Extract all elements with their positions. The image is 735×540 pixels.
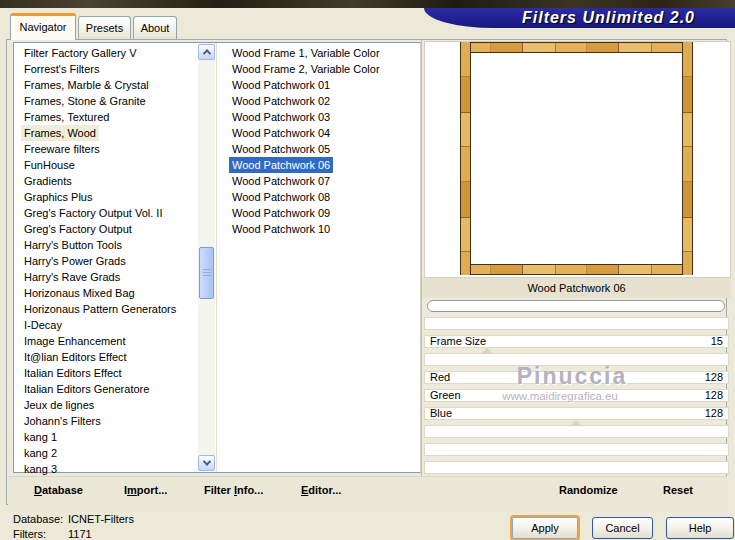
watermark-name: Pinuccia bbox=[507, 363, 637, 390]
slider-label: Frame Size bbox=[430, 336, 486, 347]
apply-button[interactable]: Apply bbox=[512, 517, 578, 539]
category-list-item[interactable]: Greg's Factory Output Vol. II bbox=[21, 205, 165, 221]
category-list-item[interactable]: FunHouse bbox=[21, 157, 78, 173]
slider-row-empty[interactable] bbox=[424, 317, 729, 330]
filter-list-item[interactable]: Wood Patchwork 05 bbox=[229, 141, 333, 157]
scroll-down-button[interactable] bbox=[198, 455, 215, 471]
slider-row-empty[interactable] bbox=[424, 461, 729, 474]
category-list-item[interactable]: Image Enhancement bbox=[21, 333, 129, 349]
filter-list: Wood Frame 1, Variable ColorWood Frame 2… bbox=[220, 45, 418, 237]
tab-about[interactable]: About bbox=[133, 16, 177, 40]
slider-value: 128 bbox=[705, 390, 723, 401]
wood-frame-preview-image bbox=[460, 42, 693, 275]
category-list-item[interactable]: Italian Editors Effect bbox=[21, 365, 125, 381]
filter-list-item[interactable]: Wood Frame 2, Variable Color bbox=[229, 61, 383, 77]
category-list-item[interactable]: Horizonaus Mixed Bag bbox=[21, 285, 138, 301]
blue-slider-thumb-icon[interactable] bbox=[570, 420, 582, 426]
category-list-item[interactable]: Harry's Power Grads bbox=[21, 253, 129, 269]
slider-row-empty[interactable] bbox=[424, 425, 729, 438]
filter-list-item[interactable]: Wood Patchwork 03 bbox=[229, 109, 333, 125]
filter-list-item[interactable]: Wood Patchwork 02 bbox=[229, 93, 333, 109]
slider-label: Red bbox=[430, 372, 450, 383]
app-title: Filters Unlimited 2.0 bbox=[522, 9, 695, 26]
slider-label: Green bbox=[430, 390, 461, 401]
category-list-item[interactable]: Frames, Marble & Crystal bbox=[21, 77, 152, 93]
database-rest: atabase bbox=[42, 484, 83, 496]
category-list: Filter Factory Gallery VForrest's Filter… bbox=[16, 45, 196, 477]
category-list-item[interactable]: Italian Editors Generatore bbox=[21, 381, 152, 397]
import-accel: m bbox=[127, 484, 137, 496]
category-list-item[interactable]: Harry's Rave Grads bbox=[21, 269, 123, 285]
command-strip: Database Import... Filter Info... Editor… bbox=[8, 476, 727, 505]
category-list-item[interactable]: kang 1 bbox=[21, 429, 60, 445]
category-list-item[interactable]: Gradients bbox=[21, 173, 75, 189]
filter-info-rest: nfo... bbox=[237, 484, 263, 496]
filters-unlimited-dialog: { "banner": { "title": "Filters Unlimite… bbox=[0, 0, 735, 540]
title-banner: Filters Unlimited 2.0 bbox=[424, 8, 735, 28]
database-label: Database: bbox=[13, 513, 63, 525]
category-list-item[interactable]: Greg's Factory Output bbox=[21, 221, 135, 237]
randomize-button[interactable]: Randomize bbox=[559, 484, 618, 496]
category-list-item[interactable]: Graphics Plus bbox=[21, 189, 95, 205]
category-list-item[interactable]: kang 3 bbox=[21, 461, 60, 477]
host-app-background-strip bbox=[0, 0, 735, 8]
slider-row-empty[interactable] bbox=[424, 443, 729, 456]
frame-edge-top bbox=[460, 42, 693, 53]
preview-caption: Wood Patchwork 06 bbox=[422, 278, 731, 298]
status-database: Database: ICNET-Filters bbox=[13, 513, 63, 525]
editor-button[interactable]: Editor... bbox=[301, 484, 341, 496]
filter-list-item[interactable]: Wood Patchwork 04 bbox=[229, 125, 333, 141]
category-list-item[interactable]: It@lian Editors Effect bbox=[21, 349, 130, 365]
reset-button[interactable]: Reset bbox=[663, 484, 693, 496]
cancel-button[interactable]: Cancel bbox=[592, 517, 653, 539]
category-list-item[interactable]: kang 2 bbox=[21, 445, 60, 461]
list-divider bbox=[216, 43, 217, 472]
filters-label: Filters: bbox=[13, 528, 46, 540]
panel-divider bbox=[421, 40, 422, 476]
slider-row-blue[interactable]: Blue 128 bbox=[424, 407, 729, 420]
tab-navigator[interactable]: Navigator bbox=[10, 13, 76, 40]
category-list-item[interactable]: Horizonaus Pattern Generators bbox=[21, 301, 179, 317]
chevron-down-icon bbox=[202, 457, 210, 465]
filter-list-item[interactable]: Wood Patchwork 06 bbox=[229, 157, 333, 173]
slider-value: 15 bbox=[711, 336, 723, 347]
category-list-item[interactable]: Johann's Filters bbox=[21, 413, 104, 429]
status-filters: Filters: 1171 bbox=[13, 528, 46, 540]
database-value: ICNET-Filters bbox=[68, 513, 134, 525]
slider-value: 128 bbox=[705, 372, 723, 383]
navigator-tab-page: Filter Factory Gallery VForrest's Filter… bbox=[6, 39, 727, 505]
preview-canvas bbox=[424, 41, 731, 278]
filter-info-button[interactable]: Filter Info... bbox=[204, 484, 263, 496]
filter-list-item[interactable]: Wood Patchwork 08 bbox=[229, 189, 333, 205]
filter-info-pre: Filter bbox=[204, 484, 234, 496]
frame-size-slider-thumb-icon[interactable] bbox=[481, 348, 493, 354]
category-list-item[interactable]: Forrest's Filters bbox=[21, 61, 102, 77]
filter-list-item[interactable]: Wood Patchwork 09 bbox=[229, 205, 333, 221]
category-list-item[interactable]: Frames, Wood bbox=[21, 125, 99, 141]
preview-caption-text: Wood Patchwork 06 bbox=[527, 282, 625, 294]
category-list-item[interactable]: Freeware filters bbox=[21, 141, 103, 157]
filter-list-item[interactable]: Wood Patchwork 10 bbox=[229, 221, 333, 237]
category-list-item[interactable]: Jeux de lignes bbox=[21, 397, 97, 413]
category-list-item[interactable]: Filter Factory Gallery V bbox=[21, 45, 139, 61]
tab-presets[interactable]: Presets bbox=[78, 16, 131, 40]
database-button[interactable]: Database bbox=[34, 484, 83, 496]
filter-list-item[interactable]: Wood Patchwork 01 bbox=[229, 77, 333, 93]
scrollbar-thumb[interactable] bbox=[199, 247, 214, 299]
import-button[interactable]: Import... bbox=[124, 484, 167, 496]
scroll-up-button[interactable] bbox=[198, 44, 215, 60]
slider-label: Blue bbox=[430, 408, 452, 419]
category-list-item[interactable]: I-Decay bbox=[21, 317, 65, 333]
help-button[interactable]: Help bbox=[666, 517, 734, 539]
filters-value: 1171 bbox=[68, 528, 92, 540]
filter-list-item[interactable]: Wood Frame 1, Variable Color bbox=[229, 45, 383, 61]
slider-row-frame-size[interactable]: Frame Size 15 bbox=[424, 335, 729, 348]
import-rest: port... bbox=[137, 484, 168, 496]
category-list-item[interactable]: Frames, Stone & Granite bbox=[21, 93, 149, 109]
category-scrollbar[interactable] bbox=[198, 44, 215, 471]
category-list-item[interactable]: Frames, Textured bbox=[21, 109, 112, 125]
category-list-item[interactable]: Harry's Button Tools bbox=[21, 237, 125, 253]
frame-edge-bottom bbox=[460, 264, 693, 275]
filter-list-item[interactable]: Wood Patchwork 07 bbox=[229, 173, 333, 189]
slider-value: 128 bbox=[705, 408, 723, 419]
